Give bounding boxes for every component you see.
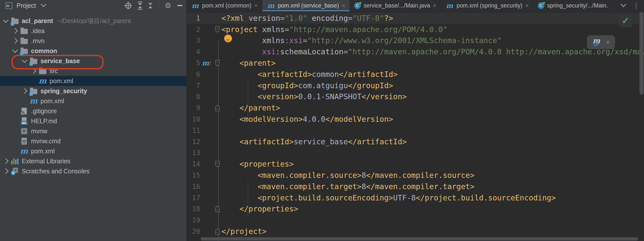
tree-item-external-libraries[interactable]: External Libraries — [0, 156, 186, 166]
tree-item-pom-xml[interactable]: mpom.xml — [0, 96, 186, 106]
tree-item--mvn[interactable]: .mvn — [0, 36, 186, 46]
hidden-tabs-chevron-icon[interactable] — [621, 1, 626, 7]
chevron-right-icon[interactable] — [12, 28, 18, 34]
tree-item-service-base[interactable]: service_base — [0, 56, 186, 66]
code-text[interactable]: <artifactId>service_base</artifactId> — [221, 137, 407, 146]
code-text[interactable]: xsi:schemaLocation="http://maven.apache.… — [221, 47, 644, 56]
tree-item-help-md[interactable]: MDHELP.md — [0, 116, 186, 126]
code-text[interactable]: <modelVersion>4.0.0</modelVersion> — [221, 115, 393, 124]
maven-reload-icon[interactable]: m⟳ — [592, 38, 601, 47]
close-tab-icon[interactable]: × — [254, 3, 258, 9]
editor-line-1[interactable]: 1 <?xml version="1.0" encoding="UTF-8"?> — [187, 13, 644, 24]
editor-line-11[interactable]: 11 — [187, 125, 644, 136]
editor-line-6[interactable]: 6 <artifactId>common</artifactId> — [187, 69, 644, 80]
code-text[interactable]: xmlns:xsi="http://www.w3.org/2001/XMLSch… — [221, 36, 502, 45]
chevron-right-icon[interactable] — [22, 88, 28, 94]
tab-spring-security-main-[interactable]: Cspring_security/.../Main. — [533, 0, 612, 11]
horizontal-scrollbar[interactable] — [201, 237, 638, 240]
tab-pom-xml-spring-security-[interactable]: mpom.xml (spring_security)× — [441, 0, 533, 11]
editor-line-10[interactable]: 10 <modelVersion>4.0.0</modelVersion> — [187, 113, 644, 125]
tab-service-base-main-java[interactable]: Cservice_base/.../Main.java× — [350, 0, 441, 11]
code-text[interactable]: </properties> — [221, 204, 298, 213]
maven-parent-pom-icon[interactable]: m↑ — [202, 59, 212, 67]
code-text[interactable]: <project.build.sourceEncoding>UTF-8</pro… — [221, 193, 556, 202]
editor-line-18[interactable]: 18 </properties> — [187, 203, 644, 215]
editor-line-8[interactable]: 8 <version>0.0.1-SNAPSHOT</version> — [187, 91, 644, 102]
chevron-right-icon[interactable] — [3, 158, 9, 164]
code-text[interactable]: </parent> — [221, 103, 280, 112]
close-tab-icon[interactable]: × — [342, 3, 346, 9]
close-tab-icon[interactable]: × — [433, 3, 437, 9]
code-text[interactable]: <artifactId>common</artifactId> — [221, 70, 398, 79]
tab-pom-xml-service-base-[interactable]: mpom.xml (service_base)× — [262, 0, 350, 11]
line-number: 17 — [187, 194, 200, 202]
code-text[interactable]: <version>0.0.1-SNAPSHOT</version> — [221, 92, 407, 101]
fold-open-icon[interactable] — [214, 60, 220, 67]
close-icon[interactable]: × — [606, 38, 610, 46]
tree-item-common[interactable]: common — [0, 46, 186, 56]
editor-line-5[interactable]: 5 m↑ <parent> — [187, 57, 644, 69]
chevron-down-icon[interactable] — [22, 57, 28, 63]
tree-item-pom-xml[interactable]: mpom.xml — [0, 76, 186, 86]
indent-guide — [248, 80, 248, 117]
editor-line-4[interactable]: 4 xsi:schemaLocation="http://maven.apach… — [187, 46, 644, 57]
editor[interactable]: 1 <?xml version="1.0" encoding="UTF-8"?>… — [187, 11, 644, 241]
kebab-menu-icon[interactable]: ⋮ — [633, 4, 639, 8]
collapse-all-icon[interactable] — [148, 3, 152, 8]
fold-close-icon[interactable] — [214, 205, 220, 212]
chevron-right-icon[interactable] — [31, 68, 37, 74]
fold-close-icon[interactable] — [214, 104, 220, 111]
maven-reload-widget[interactable]: m⟳ × — [587, 35, 615, 49]
tab-pom-xml-common-[interactable]: mpom.xml (common)× — [187, 0, 262, 11]
editor-line-19[interactable]: 19 — [187, 214, 644, 226]
vertical-scrollbar[interactable] — [639, 12, 643, 95]
fold-close-icon[interactable] — [214, 228, 220, 235]
tab-label: pom.xml (spring_security) — [457, 2, 522, 9]
tree-item--idea[interactable]: .idea — [0, 26, 186, 36]
panel-dropdown-chevron-icon[interactable] — [41, 2, 46, 7]
code-text[interactable]: <maven.compiler.source>8</maven.compiler… — [221, 171, 474, 180]
code-text[interactable]: <project xmlns="http://maven.apache.org/… — [221, 25, 447, 34]
fold-open-icon[interactable] — [214, 161, 220, 168]
tree-item--gitignore[interactable]: .gitignore — [0, 106, 186, 116]
editor-line-16[interactable]: 16 <maven.compiler.target>8</maven.compi… — [187, 181, 644, 192]
expand-all-icon[interactable] — [138, 2, 142, 10]
locate-file-icon[interactable] — [124, 2, 132, 9]
code-area[interactable]: 1 <?xml version="1.0" encoding="UTF-8"?>… — [187, 13, 644, 237]
chevron-down-icon[interactable] — [3, 17, 9, 23]
tree-item-mvnw[interactable]: >mvnw — [0, 126, 186, 136]
code-text[interactable]: <parent> — [221, 59, 276, 67]
tree-item-pom-xml[interactable]: mpom.xml — [0, 146, 186, 156]
gear-icon[interactable]: ⚙ — [165, 2, 171, 9]
tree-item-label: mvnw — [31, 128, 47, 135]
editor-line-2[interactable]: 2 <project xmlns="http://maven.apache.or… — [187, 24, 644, 35]
editor-line-7[interactable]: 7 <groupId>com.atguigu</groupId> — [187, 80, 644, 91]
editor-line-15[interactable]: 15 <maven.compiler.source>8</maven.compi… — [187, 170, 644, 181]
code-text[interactable]: <?xml version="1.0" encoding="UTF-8"?> — [221, 14, 393, 23]
editor-line-17[interactable]: 17 <project.build.sourceEncoding>UTF-8</… — [187, 192, 644, 203]
editor-line-20[interactable]: 20 </project> — [187, 226, 644, 237]
close-tab-icon[interactable]: × — [525, 3, 529, 9]
inspections-widget[interactable]: ✓ — [619, 14, 632, 27]
fold-open-icon[interactable] — [214, 26, 220, 33]
chevron-right-icon[interactable] — [3, 168, 9, 174]
editor-line-13[interactable]: 13 — [187, 147, 644, 159]
tree-item-spring-security[interactable]: spring_security — [0, 86, 186, 96]
project-tree: acl_parent~/Desktop/项目/acl_parent .idea … — [0, 11, 186, 241]
editor-line-9[interactable]: 9 </parent> — [187, 102, 644, 113]
editor-line-3[interactable]: 3 xmlns:xsi="http://www.w3.org/2001/XMLS… — [187, 35, 644, 46]
tree-item-src[interactable]: src — [0, 66, 186, 76]
editor-line-14[interactable]: 14 <properties> — [187, 158, 644, 170]
tree-item-scratches-and-consoles[interactable]: >Scratches and Consoles — [0, 166, 186, 176]
code-text[interactable]: </project> — [221, 227, 267, 236]
code-text[interactable]: <maven.compiler.target>8</maven.compiler… — [221, 182, 474, 191]
hide-panel-icon[interactable] — [177, 5, 182, 6]
tree-item-acl-parent[interactable]: acl_parent~/Desktop/项目/acl_parent — [0, 16, 186, 26]
chevron-right-icon[interactable] — [12, 38, 18, 44]
tree-item-mvnw-cmd[interactable]: mvnw.cmd — [0, 136, 186, 146]
intention-bulb-icon[interactable] — [224, 35, 232, 42]
code-text[interactable]: <groupId>com.atguigu</groupId> — [221, 81, 393, 90]
chevron-down-icon[interactable] — [12, 47, 18, 53]
editor-line-12[interactable]: 12 <artifactId>service_base</artifactId> — [187, 136, 644, 147]
code-text[interactable]: <properties> — [221, 160, 294, 168]
